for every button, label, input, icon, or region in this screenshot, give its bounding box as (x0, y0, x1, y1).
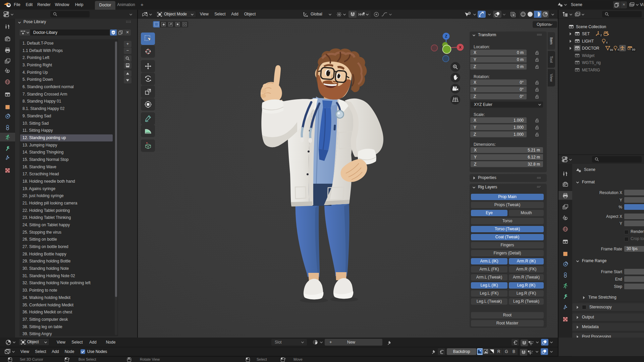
svg-text:X: X (459, 45, 462, 49)
svg-text:Z: Z (445, 34, 447, 38)
